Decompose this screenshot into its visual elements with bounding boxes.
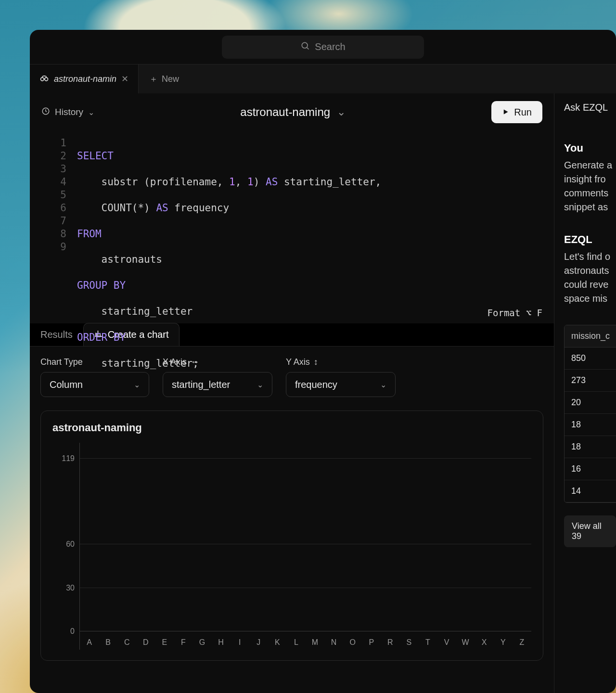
table-row[interactable]: 14 xyxy=(565,480,616,502)
line-gutter: 123456789 xyxy=(30,137,77,396)
x-tick-label: Z xyxy=(513,638,531,647)
chart-card: astronaut-naming 03060119 ABCDEFGHIJKLMN… xyxy=(40,411,543,661)
x-tick-label: I xyxy=(231,638,249,647)
run-label: Run xyxy=(514,107,532,118)
x-tick-label: S xyxy=(399,638,418,647)
table-row[interactable]: 18 xyxy=(565,414,616,436)
global-search[interactable]: Search xyxy=(222,36,424,59)
x-tick-label: B xyxy=(99,638,117,647)
play-icon xyxy=(502,107,509,118)
table-row[interactable]: 20 xyxy=(565,392,616,414)
chevron-down-icon[interactable]: ⌄ xyxy=(337,106,346,118)
x-tick-label: C xyxy=(117,638,136,647)
new-tab-label: New xyxy=(162,74,179,84)
run-button[interactable]: Run xyxy=(491,101,542,123)
x-tick-label: K xyxy=(268,638,287,647)
plot-area: ABCDEFGHIJKLMNOPRSTVWXYZ xyxy=(79,443,531,650)
gridline xyxy=(80,544,531,544)
search-icon xyxy=(300,41,310,53)
x-tick-label: R xyxy=(381,638,399,647)
x-tick-label: G xyxy=(192,638,211,647)
you-message: Generate a insight fro comments snippet … xyxy=(564,158,616,214)
ask-ezql-heading: Ask EZQL xyxy=(564,102,616,113)
table-row[interactable]: 850 xyxy=(565,347,616,370)
search-placeholder: Search xyxy=(315,41,345,52)
y-tick: 30 xyxy=(66,584,75,592)
x-tick-label: P xyxy=(362,638,381,647)
ezql-panel: Ask EZQL You Generate a insight fro comm… xyxy=(554,93,616,693)
svg-line-1 xyxy=(307,48,309,50)
query-header: History ⌄ astronaut-naming ⌄ Run xyxy=(30,93,554,131)
ezql-label: EZQL xyxy=(564,233,616,246)
x-tick-label: M xyxy=(306,638,324,647)
x-tick-label: V xyxy=(437,638,456,647)
tab-astronaut-naming[interactable]: astronaut-namin ✕ xyxy=(30,64,139,93)
gridline xyxy=(80,458,531,459)
code-content[interactable]: SELECT substr (profilename, 1, 1) AS sta… xyxy=(77,137,381,396)
table-row[interactable]: 18 xyxy=(565,436,616,458)
table-row[interactable]: 16 xyxy=(565,458,616,480)
tabbar: astronaut-namin ✕ ＋ New xyxy=(30,64,616,93)
x-tick-label: W xyxy=(456,638,475,647)
plus-icon: ＋ xyxy=(149,73,158,85)
x-tick-label: N xyxy=(324,638,343,647)
view-all-button[interactable]: View all 39 xyxy=(564,515,616,547)
y-tick: 119 xyxy=(62,454,75,463)
x-tick-label: D xyxy=(136,638,155,647)
history-label: History xyxy=(55,107,83,117)
ezql-message: Let's find o astronauts could reve space… xyxy=(564,250,616,306)
svg-point-0 xyxy=(302,42,308,48)
sql-editor[interactable]: 123456789 SELECT substr (profilename, 1,… xyxy=(30,131,554,323)
x-tick-label: Y xyxy=(494,638,513,647)
tab-label: astronaut-namin xyxy=(54,74,116,84)
x-tick-label: A xyxy=(80,638,99,647)
y-axis: 03060119 xyxy=(52,443,79,650)
x-tick-label: T xyxy=(418,638,437,647)
x-tick-label: J xyxy=(249,638,268,647)
titlebar: Search xyxy=(30,30,616,64)
you-label: You xyxy=(564,142,616,154)
y-tick: 60 xyxy=(66,540,75,549)
x-tick-label: E xyxy=(155,638,174,647)
ezql-result-table: mission_c 8502732018181614 xyxy=(564,325,616,503)
new-tab-button[interactable]: ＋ New xyxy=(139,64,616,93)
clock-icon xyxy=(41,107,50,118)
format-hint[interactable]: Format ⌥ F xyxy=(488,307,542,319)
chart-title: astronaut-naming xyxy=(52,422,531,434)
x-tick-label: X xyxy=(475,638,494,647)
svg-point-3 xyxy=(45,77,48,81)
binoculars-icon xyxy=(39,73,49,85)
chevron-down-icon: ⌄ xyxy=(88,108,94,117)
y-tick: 0 xyxy=(70,627,75,636)
app-window: Search astronaut-namin ✕ ＋ New Histor xyxy=(30,30,616,693)
gridline xyxy=(80,588,531,588)
close-icon[interactable]: ✕ xyxy=(121,74,128,84)
x-tick-label: F xyxy=(174,638,192,647)
svg-point-2 xyxy=(41,77,44,81)
table-header: mission_c xyxy=(565,325,616,347)
query-title[interactable]: astronaut-naming xyxy=(240,105,330,119)
x-tick-label: L xyxy=(287,638,306,647)
chart-plot: 03060119 ABCDEFGHIJKLMNOPRSTVWXYZ xyxy=(52,443,531,650)
history-button[interactable]: History ⌄ xyxy=(41,107,94,118)
x-tick-label: O xyxy=(343,638,362,647)
x-tick-label: H xyxy=(212,638,231,647)
table-row[interactable]: 273 xyxy=(565,370,616,392)
